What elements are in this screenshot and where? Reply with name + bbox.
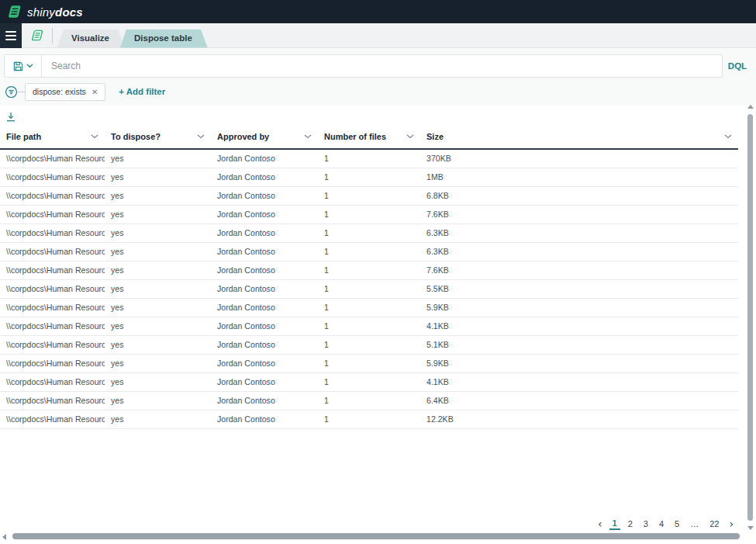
column-header-label: Number of files: [324, 132, 386, 141]
prev-page-button[interactable]: ‹: [595, 518, 605, 529]
saved-searches-button[interactable]: [5, 55, 42, 77]
cell-file-path: \\corpdocs\Human Resources\Recruitment &…: [0, 243, 105, 262]
hamburger-icon: [5, 29, 16, 43]
cell-number-of-files: 1: [318, 336, 420, 355]
divider: [52, 28, 53, 43]
cell-file-path: \\corpdocs\Human Resources\Recruitment &…: [0, 262, 105, 280]
page-button[interactable]: …: [687, 518, 702, 530]
save-icon: [13, 61, 23, 71]
cell-size: 5.9KB: [420, 299, 738, 317]
filter-row: dispose: exists ✕ + Add filter: [4, 78, 752, 106]
hamburger-menu-button[interactable]: [0, 23, 22, 48]
column-header[interactable]: File path: [0, 126, 105, 149]
cell-to-dispose: yes: [105, 224, 211, 243]
table-row[interactable]: \\corpdocs\Human Resources\Recruitment &…: [0, 336, 738, 355]
page-button[interactable]: 5: [671, 518, 682, 530]
filter-icon[interactable]: [5, 85, 18, 99]
table-row[interactable]: \\corpdocs\Human Resources\Employee Reco…: [0, 149, 738, 168]
chevron-down-icon: [26, 64, 33, 68]
table-row[interactable]: \\corpdocs\Human Resources\Employee Reco…: [0, 168, 738, 187]
app-root: shinydocs Visualize: [0, 0, 756, 544]
page-button[interactable]: 3: [640, 518, 651, 530]
cell-size: 4.1KB: [420, 373, 738, 392]
cell-number-of-files: 1: [318, 243, 420, 262]
tab[interactable]: Dispose table: [120, 29, 208, 48]
page-button[interactable]: 2: [625, 518, 636, 530]
column-header[interactable]: Size: [420, 126, 738, 149]
cell-size: 370KB: [420, 149, 738, 168]
cell-file-path: \\corpdocs\Human Resources\Recruitment &…: [0, 299, 105, 317]
table-row[interactable]: \\corpdocs\Human Resources\Recruitment &…: [0, 187, 738, 206]
table-row[interactable]: \\corpdocs\Human Resources\Recruitment &…: [0, 262, 738, 280]
cell-size: 5.9KB: [420, 355, 738, 373]
next-page-button[interactable]: ›: [727, 518, 736, 529]
table-row[interactable]: \\corpdocs\Human Resources\Recruitment &…: [0, 224, 738, 243]
scroll-left-arrow[interactable]: [2, 534, 6, 540]
cell-to-dispose: yes: [105, 262, 211, 280]
cell-number-of-files: 1: [318, 187, 420, 206]
cell-to-dispose: yes: [105, 336, 211, 355]
scroll-down-arrow[interactable]: [747, 526, 754, 530]
tabbar: Visualize Dispose table: [0, 23, 756, 48]
shinydocs-mini-icon[interactable]: [31, 29, 44, 41]
cell-approved-by: Jordan Contoso: [211, 187, 318, 206]
dispose-table: File path To dispose?: [0, 126, 738, 429]
brand-logo: shinydocs: [7, 5, 83, 19]
cell-approved-by: Jordan Contoso: [211, 224, 318, 243]
page-button[interactable]: 1: [609, 517, 620, 530]
table-row[interactable]: \\corpdocs\Human Resources\Recruitment &…: [0, 411, 738, 429]
horizontal-scrollbar-thumb[interactable]: [12, 533, 740, 539]
cell-approved-by: Jordan Contoso: [211, 206, 318, 224]
column-menu-icon[interactable]: [304, 134, 312, 139]
search-row: DQL: [4, 54, 752, 78]
cell-to-dispose: yes: [105, 149, 211, 168]
page-button[interactable]: 4: [656, 518, 667, 530]
table-body: \\corpdocs\Human Resources\Employee Reco…: [0, 149, 738, 429]
column-menu-icon[interactable]: [91, 134, 98, 139]
table-row[interactable]: \\corpdocs\Human Resources\Recruitment &…: [0, 299, 738, 317]
cell-to-dispose: yes: [105, 355, 211, 373]
column-menu-icon[interactable]: [406, 134, 414, 139]
column-header[interactable]: Number of files: [318, 126, 420, 149]
tab[interactable]: Visualize: [57, 29, 125, 48]
cell-approved-by: Jordan Contoso: [211, 392, 318, 411]
cell-to-dispose: yes: [105, 392, 211, 411]
cell-number-of-files: 1: [318, 206, 420, 224]
cell-approved-by: Jordan Contoso: [211, 243, 318, 262]
column-menu-icon[interactable]: [724, 134, 732, 139]
vertical-scrollbar-thumb[interactable]: [747, 114, 753, 521]
column-menu-icon[interactable]: [197, 134, 205, 139]
cell-size: 7.6KB: [420, 206, 738, 224]
table-row[interactable]: \\corpdocs\Human Resources\Recruitment &…: [0, 355, 738, 373]
add-filter-button[interactable]: + Add filter: [119, 87, 165, 96]
table-row[interactable]: \\corpdocs\Human Resources\Recruitment &…: [0, 392, 738, 411]
table-row[interactable]: \\corpdocs\Human Resources\Recruitment &…: [0, 373, 738, 392]
cell-size: 7.6KB: [420, 262, 738, 280]
search-input[interactable]: [42, 55, 722, 77]
cell-to-dispose: yes: [105, 187, 211, 206]
dql-toggle-button[interactable]: DQL: [723, 61, 752, 71]
cell-file-path: \\corpdocs\Human Resources\Recruitment &…: [0, 224, 105, 243]
column-header[interactable]: To dispose?: [105, 126, 211, 149]
tab-label: Dispose table: [134, 33, 192, 43]
column-header[interactable]: Approved by: [211, 126, 318, 149]
download-button[interactable]: [6, 112, 16, 122]
cell-approved-by: Jordan Contoso: [211, 299, 318, 317]
table-row[interactable]: \\corpdocs\Human Resources\Recruitment &…: [0, 280, 738, 299]
remove-filter-icon[interactable]: ✕: [91, 88, 98, 96]
cell-approved-by: Jordan Contoso: [211, 373, 318, 392]
table-row[interactable]: \\corpdocs\Human Resources\Recruitment &…: [0, 243, 738, 262]
cell-number-of-files: 1: [318, 262, 420, 280]
cell-size: 4.1KB: [420, 317, 738, 336]
scroll-up-arrow[interactable]: [747, 105, 754, 109]
cell-size: 6.3KB: [420, 224, 738, 243]
cell-size: 6.4KB: [420, 392, 738, 411]
page-button[interactable]: 22: [706, 518, 722, 530]
cell-number-of-files: 1: [318, 149, 420, 168]
vertical-scrollbar: [746, 103, 755, 532]
cell-to-dispose: yes: [105, 243, 211, 262]
cell-to-dispose: yes: [105, 317, 211, 336]
table-row[interactable]: \\corpdocs\Human Resources\Recruitment &…: [0, 206, 738, 224]
table-row[interactable]: \\corpdocs\Human Resources\Recruitment &…: [0, 317, 738, 336]
cell-file-path: \\corpdocs\Human Resources\Employee Reco…: [0, 168, 105, 187]
